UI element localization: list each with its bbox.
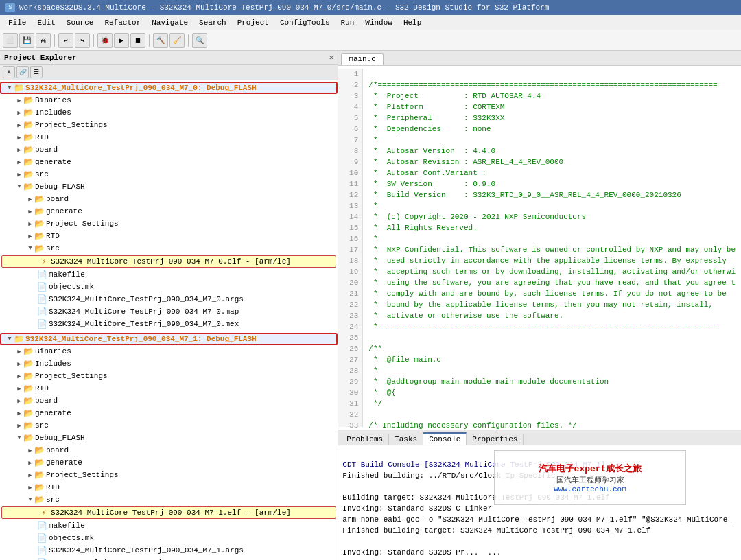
expand-arrow[interactable]: ▼ [15, 434, 23, 441]
menu-edit[interactable]: Edit [32, 17, 60, 28]
expand-arrow[interactable]: ▶ [26, 471, 34, 479]
menu-help[interactable]: Help [398, 17, 427, 28]
tb-search[interactable]: 🔍 [192, 33, 207, 48]
tree-board-1[interactable]: ▶ 📂 board [0, 143, 338, 156]
expand-arrow[interactable]: ▼ [15, 183, 23, 190]
tree-map-1[interactable]: 📄 S32K324_MultiCore_TestPrj_090_034_M7_0… [0, 305, 338, 318]
tree-df-projsettings-1[interactable]: ▶ 📂 Project_Settings [0, 218, 338, 230]
tree-binaries-2[interactable]: ▶ 📂 Binaries [0, 345, 338, 358]
tree-includes-2[interactable]: ▶ 📂 Includes [0, 358, 338, 370]
expand-arrow[interactable]: ▶ [15, 360, 23, 368]
tree-generate-2[interactable]: ▶ 📂 generate [0, 407, 338, 419]
tab-problems[interactable]: Problems [341, 434, 389, 445]
expand-arrow[interactable]: ▶ [26, 447, 34, 454]
menu-configtools[interactable]: ConfigTools [274, 17, 336, 28]
expand-arrow[interactable]: ▶ [15, 146, 23, 154]
menu-file[interactable]: File [3, 17, 32, 28]
tab-main-c[interactable]: main.c [341, 53, 384, 65]
expand-arrow[interactable]: ▶ [15, 109, 23, 117]
elf-item-2[interactable]: ⚡ S32K324_MultiCore_TestPrj_090_034_M7_1… [1, 506, 336, 519]
tree-binaries-1[interactable]: ▶ 📂 Binaries [0, 94, 338, 106]
expand-arrow[interactable]: ▶ [15, 159, 23, 166]
expand-arrow[interactable]: ▶ [26, 233, 34, 240]
expand-arrow[interactable]: ▶ [15, 97, 23, 104]
expand-arrow[interactable]: ▶ [15, 348, 23, 355]
tree-projsettings-1[interactable]: ▶ 📂 Project_Settings [0, 119, 338, 131]
pe-link-btn[interactable]: 🔗 [16, 66, 29, 78]
tree-objects-2[interactable]: 📄 objects.mk [0, 532, 338, 544]
expand-arrow[interactable]: ▶ [26, 208, 34, 215]
expand-arrow[interactable]: ▶ [26, 459, 34, 467]
expand-arrow[interactable]: ▶ [15, 134, 23, 141]
project-2-header[interactable]: ▼ 📁 S32K324_MultiCore_TestPrj_090_034_M7… [0, 333, 338, 345]
expand-arrow[interactable]: ▼ [5, 84, 14, 91]
expand-arrow[interactable]: ▼ [5, 336, 14, 342]
tree-board-2[interactable]: ▶ 📂 board [0, 395, 338, 407]
tree-makefile-2[interactable]: 📄 makefile [0, 520, 338, 532]
tree-debugflash-2[interactable]: ▼ 📂 Debug_FLASH [0, 432, 338, 444]
tree-mex-1[interactable]: 📄 S32K324_MultiCore_TestPrj_090_034_M7_0… [0, 318, 338, 330]
tree-src-1[interactable]: ▶ 📂 src [0, 168, 338, 180]
tree-df-projsettings-2[interactable]: ▶ 📂 Project_Settings [0, 469, 338, 481]
tree-df-generate-1[interactable]: ▶ 📂 generate [0, 205, 338, 218]
tb-build[interactable]: 🔨 [153, 33, 168, 48]
menu-refactor[interactable]: Refactor [99, 17, 146, 28]
tree-rtd-1[interactable]: ▶ 📂 RTD [0, 131, 338, 143]
tab-tasks[interactable]: Tasks [389, 434, 423, 445]
tb-debug[interactable]: 🐞 [97, 33, 113, 48]
tb-new[interactable]: ⬜ [3, 33, 18, 48]
tree-rtd-2[interactable]: ▶ 📂 RTD [0, 382, 338, 395]
menu-search[interactable]: Search [193, 17, 232, 28]
tree-src-2[interactable]: ▶ 📂 src [0, 419, 338, 432]
code-editor[interactable]: 1 2 3 4 5 6 7 8 9 10 11 12 13 14 15 16 1 [338, 66, 741, 430]
tree-df-board-2[interactable]: ▶ 📂 board [0, 444, 338, 456]
tree-df-rtd-2[interactable]: ▶ 📂 RTD [0, 481, 338, 493]
tab-console[interactable]: Console [423, 432, 467, 445]
elf-item-1[interactable]: ⚡ S32K324_MultiCore_TestPrj_090_034_M7_0… [1, 255, 336, 268]
tree-objects-1[interactable]: 📄 objects.mk [0, 281, 338, 293]
tb-stop[interactable]: ⏹ [130, 33, 145, 48]
tree-df-src-1[interactable]: ▼ 📂 src [0, 242, 338, 255]
tree-debugflash-1[interactable]: ▼ 📂 Debug_FLASH [0, 180, 338, 193]
expand-arrow[interactable]: ▶ [15, 422, 23, 430]
expand-arrow[interactable]: ▶ [26, 196, 34, 203]
expand-arrow[interactable]: ▶ [15, 410, 23, 417]
menu-window[interactable]: Window [360, 17, 398, 28]
tb-run[interactable]: ▶ [114, 33, 129, 48]
tree-args-2[interactable]: 📄 S32K324_MultiCore_TestPrj_090_034_M7_1… [0, 544, 338, 557]
tree-df-board-1[interactable]: ▶ 📂 board [0, 193, 338, 205]
pe-close-icon[interactable]: ✕ [329, 53, 334, 62]
expand-arrow[interactable]: ▶ [26, 484, 34, 491]
expand-arrow[interactable]: ▶ [15, 373, 23, 380]
tree-args-1[interactable]: 📄 S32K324_MultiCore_TestPrj_090_034_M7_0… [0, 293, 338, 305]
menu-source[interactable]: Source [61, 17, 99, 28]
tb-print[interactable]: 🖨 [36, 33, 51, 48]
tree-includes-1[interactable]: ▶ 📂 Includes [0, 106, 338, 119]
menu-navigate[interactable]: Navigate [146, 17, 193, 28]
tab-properties[interactable]: Properties [467, 434, 524, 445]
menu-project[interactable]: Project [232, 17, 274, 28]
tb-undo[interactable]: ↩ [58, 33, 73, 48]
expand-arrow[interactable]: ▼ [26, 496, 34, 503]
tree-generate-1[interactable]: ▶ 📂 generate [0, 156, 338, 168]
pe-collapse-btn[interactable]: ⬇ [3, 66, 15, 78]
project-tree[interactable]: ▼ 📁 S32K324_MultiCore_TestPrj_090_034_M7… [0, 80, 338, 560]
expand-arrow[interactable]: ▶ [15, 385, 23, 393]
expand-arrow[interactable]: ▶ [15, 397, 23, 405]
project-1-header[interactable]: ▼ 📁 S32K324_MultiCore_TestPrj_090_034_M7… [0, 82, 338, 94]
expand-arrow[interactable]: ▶ [15, 171, 23, 178]
tree-map-2[interactable]: 📄 S32K324_MultiCore_TestPrj_090_034_M7_1… [0, 557, 338, 560]
menu-run[interactable]: Run [336, 17, 360, 28]
expand-arrow[interactable]: ▼ [26, 245, 34, 252]
tree-df-rtd-1[interactable]: ▶ 📂 RTD [0, 230, 338, 242]
code-content[interactable]: /*======================================… [363, 69, 741, 427]
tb-save[interactable]: 💾 [19, 33, 34, 48]
pe-menu-btn[interactable]: ☰ [30, 66, 43, 78]
tb-redo[interactable]: ↪ [75, 33, 90, 48]
tree-df-src-2[interactable]: ▼ 📂 src [0, 493, 338, 506]
tb-clean[interactable]: 🧹 [169, 33, 185, 48]
expand-arrow[interactable]: ▶ [26, 220, 34, 228]
tree-df-generate-2[interactable]: ▶ 📂 generate [0, 456, 338, 469]
tree-makefile-1[interactable]: 📄 makefile [0, 268, 338, 281]
tree-projsettings-2[interactable]: ▶ 📂 Project_Settings [0, 370, 338, 382]
